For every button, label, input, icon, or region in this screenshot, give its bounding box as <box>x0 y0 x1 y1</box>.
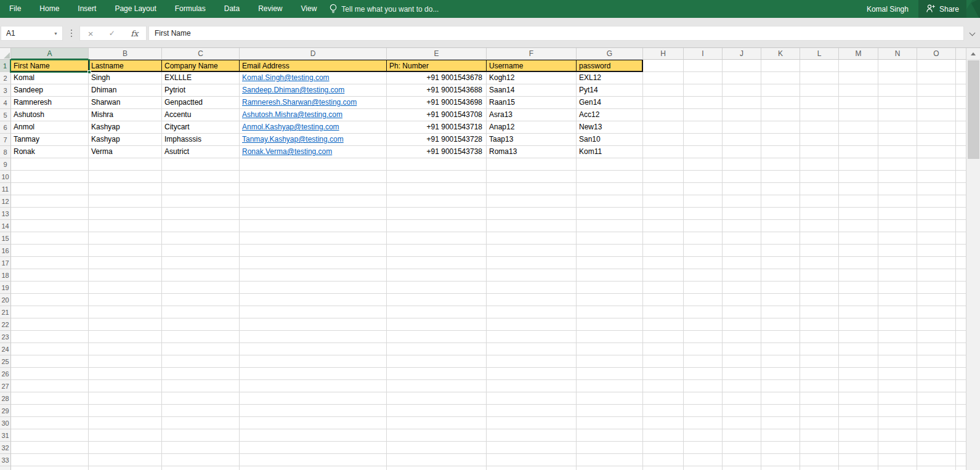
cell-J31[interactable] <box>723 429 761 442</box>
cell-A4[interactable]: Ramneresh <box>11 97 89 109</box>
cell-B15[interactable] <box>89 232 162 245</box>
cell-B34[interactable] <box>89 466 162 470</box>
cell-I29[interactable] <box>684 405 723 417</box>
cell-B2[interactable]: Singh <box>89 72 162 84</box>
row-header-27[interactable]: 27 <box>0 380 11 392</box>
col-header-M[interactable]: M <box>839 48 878 60</box>
cell-C22[interactable] <box>162 318 240 331</box>
row-header-5[interactable]: 5 <box>0 109 11 121</box>
cell-O6[interactable] <box>917 121 956 134</box>
cell-L10[interactable] <box>800 171 839 183</box>
cell-H10[interactable] <box>643 171 684 183</box>
cell-E22[interactable] <box>387 318 487 331</box>
cell-E11[interactable] <box>387 183 487 195</box>
cell-D13[interactable] <box>240 208 387 220</box>
ribbon-tab-view[interactable]: View <box>292 0 326 18</box>
cell-D9[interactable] <box>240 158 387 171</box>
cell-H25[interactable] <box>643 355 684 368</box>
cell-M17[interactable] <box>839 257 878 269</box>
cell-H28[interactable] <box>643 392 684 405</box>
cell-H33[interactable] <box>643 454 684 466</box>
cell-K7[interactable] <box>761 134 800 146</box>
cell-I24[interactable] <box>684 343 723 355</box>
cell-J14[interactable] <box>723 220 761 232</box>
cell-G24[interactable] <box>577 343 643 355</box>
cell-F26[interactable] <box>487 368 577 380</box>
cell-I5[interactable] <box>684 109 723 121</box>
cell-F4[interactable]: Raan15 <box>487 97 577 109</box>
cell-G20[interactable] <box>577 294 643 306</box>
cell-partial-6[interactable] <box>956 121 966 134</box>
cell-B22[interactable] <box>89 318 162 331</box>
cell-F29[interactable] <box>487 405 577 417</box>
cell-G29[interactable] <box>577 405 643 417</box>
cell-K28[interactable] <box>761 392 800 405</box>
cell-A28[interactable] <box>11 392 89 405</box>
row-header-31[interactable]: 31 <box>0 429 11 442</box>
cell-L11[interactable] <box>800 183 839 195</box>
cell-B8[interactable]: Verma <box>89 146 162 158</box>
cell-L13[interactable] <box>800 208 839 220</box>
cell-G15[interactable] <box>577 232 643 245</box>
cell-M22[interactable] <box>839 318 878 331</box>
ribbon-tab-insert[interactable]: Insert <box>68 0 105 18</box>
cell-B20[interactable] <box>89 294 162 306</box>
cell-E12[interactable] <box>387 195 487 208</box>
cell-K5[interactable] <box>761 109 800 121</box>
cell-D22[interactable] <box>240 318 387 331</box>
cell-F9[interactable] <box>487 158 577 171</box>
cell-B12[interactable] <box>89 195 162 208</box>
cell-H12[interactable] <box>643 195 684 208</box>
cell-E20[interactable] <box>387 294 487 306</box>
cell-D28[interactable] <box>240 392 387 405</box>
cell-A5[interactable]: Ashutosh <box>11 109 89 121</box>
cell-partial-9[interactable] <box>956 158 966 171</box>
cell-O23[interactable] <box>917 331 956 343</box>
cell-B10[interactable] <box>89 171 162 183</box>
cell-G18[interactable] <box>577 269 643 282</box>
row-header-6[interactable]: 6 <box>0 121 11 134</box>
cell-partial-24[interactable] <box>956 343 966 355</box>
cell-B4[interactable]: Sharwan <box>89 97 162 109</box>
cell-D11[interactable] <box>240 183 387 195</box>
ribbon-tab-data[interactable]: Data <box>215 0 249 18</box>
cell-B9[interactable] <box>89 158 162 171</box>
row-header-23[interactable]: 23 <box>0 331 11 343</box>
cell-L16[interactable] <box>800 245 839 257</box>
cell-C12[interactable] <box>162 195 240 208</box>
cell-H26[interactable] <box>643 368 684 380</box>
cell-F24[interactable] <box>487 343 577 355</box>
col-header-H[interactable]: H <box>643 48 684 60</box>
cell-N24[interactable] <box>878 343 917 355</box>
cell-D17[interactable] <box>240 257 387 269</box>
cell-B27[interactable] <box>89 380 162 392</box>
cell-H19[interactable] <box>643 282 684 294</box>
cell-O9[interactable] <box>917 158 956 171</box>
cell-O33[interactable] <box>917 454 956 466</box>
cell-B14[interactable] <box>89 220 162 232</box>
cell-H20[interactable] <box>643 294 684 306</box>
cell-K31[interactable] <box>761 429 800 442</box>
cell-G22[interactable] <box>577 318 643 331</box>
cell-J32[interactable] <box>723 442 761 454</box>
cell-N13[interactable] <box>878 208 917 220</box>
cell-H8[interactable] <box>643 146 684 158</box>
cell-L22[interactable] <box>800 318 839 331</box>
cell-C8[interactable]: Asutrict <box>162 146 240 158</box>
cell-E25[interactable] <box>387 355 487 368</box>
cell-N1[interactable] <box>878 60 917 72</box>
cell-N20[interactable] <box>878 294 917 306</box>
cell-H2[interactable] <box>643 72 684 84</box>
cell-L1[interactable] <box>800 60 839 72</box>
col-header-partial[interactable] <box>956 48 966 60</box>
cell-D34[interactable] <box>240 466 387 470</box>
cell-E9[interactable] <box>387 158 487 171</box>
cell-F12[interactable] <box>487 195 577 208</box>
cell-H16[interactable] <box>643 245 684 257</box>
cell-L14[interactable] <box>800 220 839 232</box>
cell-C10[interactable] <box>162 171 240 183</box>
select-all-button[interactable] <box>0 48 11 60</box>
cell-F2[interactable]: Kogh12 <box>487 72 577 84</box>
cell-I16[interactable] <box>684 245 723 257</box>
cell-K2[interactable] <box>761 72 800 84</box>
